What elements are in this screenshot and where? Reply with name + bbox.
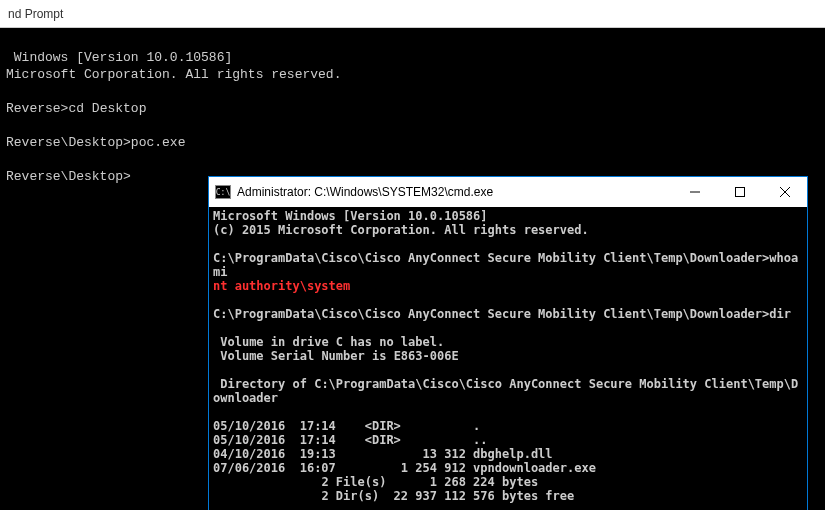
maximize-icon [735,187,745,197]
whoami-output: nt authority\system [213,279,350,293]
dir-summary: 2 File(s) 1 268 224 bytes [213,475,538,489]
terminal-prompt: Reverse\Desktop> [6,135,131,150]
dir-entry: 04/10/2016 19:13 13 312 dbghelp.dll [213,447,553,461]
terminal-command: poc.exe [131,135,186,150]
terminal-prompt: Reverse\Desktop> [6,169,131,184]
maximize-button[interactable] [717,177,762,207]
svg-rect-1 [735,188,744,197]
terminal-prompt: C:\ProgramData\Cisco\Cisco AnyConnect Se… [213,251,769,265]
terminal-command: dir [769,307,791,321]
terminal-line: Directory of C:\ProgramData\Cisco\Cisco … [213,377,798,405]
close-button[interactable] [762,177,807,207]
terminal-prompt: C:\ProgramData\Cisco\Cisco AnyConnect Se… [213,307,769,321]
dir-entry: 07/06/2016 16:07 1 254 912 vpndownloader… [213,461,596,475]
close-icon [780,187,790,197]
inner-cmd-window[interactable]: C:\ Administrator: C:\Windows\SYSTEM32\c… [208,176,808,510]
outer-window-titlebar[interactable]: nd Prompt [0,0,825,28]
cmd-icon: C:\ [215,185,231,199]
terminal-line: Volume Serial Number is E863-006E [213,349,459,363]
outer-window-title: nd Prompt [8,7,63,21]
inner-terminal-body[interactable]: Microsoft Windows [Version 10.0.10586] (… [209,207,807,510]
inner-window-title: Administrator: C:\Windows\SYSTEM32\cmd.e… [237,185,672,199]
outer-terminal-body[interactable]: Windows [Version 10.0.10586] Microsoft C… [0,28,825,189]
dir-entry: 05/10/2016 17:14 <DIR> . [213,419,480,433]
minimize-icon [690,187,700,197]
terminal-line: Volume in drive C has no label. [213,335,444,349]
terminal-line: (c) 2015 Microsoft Corporation. All righ… [213,223,589,237]
terminal-command: cd Desktop [68,101,146,116]
terminal-line: Windows [Version 10.0.10586] [6,50,232,65]
window-controls [672,177,807,207]
dir-summary: 2 Dir(s) 22 937 112 576 bytes free [213,489,574,503]
inner-window-titlebar[interactable]: C:\ Administrator: C:\Windows\SYSTEM32\c… [209,177,807,207]
terminal-line: Microsoft Corporation. All rights reserv… [6,67,341,82]
dir-entry: 05/10/2016 17:14 <DIR> .. [213,433,488,447]
terminal-prompt: Reverse> [6,101,68,116]
minimize-button[interactable] [672,177,717,207]
terminal-line: Microsoft Windows [Version 10.0.10586] [213,209,488,223]
